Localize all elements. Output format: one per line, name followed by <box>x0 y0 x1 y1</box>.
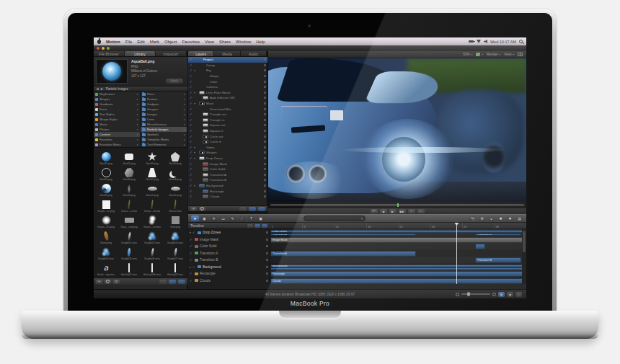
category-row[interactable]: Content <box>94 132 140 137</box>
layer-checkbox[interactable] <box>190 135 193 138</box>
folder-row[interactable]: Gauges <box>141 107 187 112</box>
layer-checkbox[interactable] <box>190 102 193 105</box>
layer-checkbox[interactable] <box>190 173 193 177</box>
thumbnail-item[interactable]: Gas03.png <box>141 149 164 165</box>
thumbnail-item[interactable]: Gas05.png <box>94 165 118 181</box>
timeline-bar[interactable] <box>475 244 485 249</box>
layer-checkbox[interactable] <box>190 195 193 198</box>
select-tool[interactable]: ➤ <box>191 216 199 221</box>
layer-row[interactable]: Rectangle <box>188 188 267 194</box>
record-button[interactable]: ● <box>408 209 415 213</box>
thumbnail-item[interactable]: Grass…d.mov <box>141 197 164 213</box>
lock-icon[interactable] <box>266 252 268 254</box>
canvas-scroll-handle[interactable] <box>270 204 524 206</box>
next-frame-button[interactable]: ▶▶ <box>399 209 406 213</box>
timeline-bar[interactable]: Drop Zones <box>270 230 526 233</box>
thumbnail-item[interactable]: Gas01.png <box>94 149 118 165</box>
thumbnail-item[interactable]: Hatchy01.mov <box>118 260 141 276</box>
timeline-row-checkbox[interactable] <box>192 231 196 234</box>
layer-row[interactable]: Color <box>188 79 267 84</box>
previous-frame-button[interactable]: ◀ <box>380 209 387 213</box>
layer-checkbox[interactable] <box>190 162 193 166</box>
layer-row[interactable]: Shape <box>188 74 267 79</box>
timeline-bar[interactable]: Rectangle <box>270 271 526 277</box>
timeline-bar[interactable]: Transition A <box>270 251 416 257</box>
timeline-row-checkbox[interactable] <box>190 279 193 283</box>
thumbnail-item[interactable]: Gas06.png <box>118 165 141 181</box>
lock-icon[interactable] <box>264 92 266 94</box>
lock-icon[interactable] <box>264 119 266 121</box>
layer-row[interactable]: Mask <box>188 101 267 107</box>
layers-view-toggle-1[interactable] <box>239 207 247 211</box>
folder-row[interactable]: Gadgets <box>141 102 187 107</box>
category-row[interactable]: Shapes <box>94 97 140 102</box>
snap-button[interactable]: ▦ <box>498 292 505 297</box>
layer-row[interactable]: Transition B <box>188 177 267 183</box>
timeline-row[interactable]: Transition A <box>188 250 270 257</box>
text-tool[interactable]: T <box>247 216 255 221</box>
lock-icon[interactable] <box>264 163 266 165</box>
lock-icon[interactable] <box>264 195 266 197</box>
line-tool[interactable]: ∕ <box>238 216 246 221</box>
menu-item-help[interactable]: Help <box>256 40 265 44</box>
menu-clock[interactable]: Wed 10:17 AM <box>490 40 516 44</box>
layer-checkbox[interactable] <box>190 123 193 127</box>
timeline-bar[interactable] <box>270 267 526 270</box>
lock-icon[interactable] <box>264 58 266 61</box>
category-row[interactable]: Gradients <box>94 102 140 107</box>
timeline-row[interactable]: Clouds <box>188 278 270 285</box>
transform-tool[interactable]: ◉ <box>200 216 208 221</box>
category-row[interactable]: Fonts <box>94 107 140 112</box>
lock-icon[interactable] <box>264 102 266 105</box>
layer-row[interactable]: Directional Blur <box>188 106 267 112</box>
canvas-viewport[interactable] <box>268 58 526 202</box>
add-button[interactable]: + <box>96 280 102 284</box>
volume-icon[interactable] <box>484 40 487 43</box>
anchor-tool[interactable]: ✛ <box>210 216 218 221</box>
layer-checkbox[interactable] <box>190 118 193 122</box>
loop-button[interactable]: ↔ <box>417 209 425 213</box>
timeline-view-toggle-1[interactable] <box>247 224 253 228</box>
timeline-row[interactable]: Drop Zones <box>188 229 270 236</box>
lock-icon[interactable] <box>264 97 266 99</box>
layer-checkbox[interactable] <box>190 178 193 182</box>
folder-row[interactable]: Particle Images <box>141 127 187 132</box>
folder-row[interactable]: Symbols <box>141 132 187 137</box>
camera-icon[interactable]: 📷 <box>469 216 477 221</box>
category-row[interactable]: Replicators <box>94 92 140 97</box>
layers-view-toggle-2[interactable] <box>249 207 256 211</box>
lock-icon[interactable] <box>264 151 266 154</box>
thumbnail-item[interactable]: Gurgle07.mov <box>164 244 187 260</box>
view-toggle-grid[interactable] <box>169 280 176 284</box>
forward-icon[interactable]: ▶ <box>101 86 104 91</box>
folder-row[interactable]: Images <box>141 112 187 117</box>
layer-checkbox[interactable] <box>190 74 193 78</box>
category-row[interactable]: Shape Styles <box>94 117 140 122</box>
lock-icon[interactable] <box>264 185 266 187</box>
add-layer-button[interactable]: + <box>190 207 197 211</box>
folder-row[interactable]: Miscellaneous <box>141 122 187 127</box>
library-icon[interactable]: ▤ <box>515 216 523 221</box>
category-row[interactable]: Text Styles <box>94 112 140 117</box>
layer-row[interactable]: Drop Zones <box>188 156 267 161</box>
audio-button[interactable]: ♪ <box>515 292 522 297</box>
list-view-icon[interactable]: ≡ <box>113 280 120 284</box>
layer-row[interactable]: Camera <box>188 84 267 90</box>
apple-menu-icon[interactable] <box>97 40 101 44</box>
lock-icon[interactable] <box>266 245 268 247</box>
emitter-icon[interactable]: ✺ <box>497 216 505 221</box>
thumbnail-item[interactable]: Gas11.png <box>141 181 164 197</box>
timeline-bar[interactable]: Transition B <box>475 257 521 263</box>
thumbnail-item[interactable]: Gurgle04.mov <box>94 244 118 260</box>
thumbnail-item[interactable]: Grass…01.png <box>94 213 118 228</box>
timeline-bar[interactable]: Image Mask <box>270 237 526 243</box>
layer-checkbox[interactable] <box>190 167 193 171</box>
lock-icon[interactable] <box>264 64 266 66</box>
layer-checkbox[interactable] <box>190 107 193 111</box>
play-button[interactable]: ▶ <box>389 209 397 213</box>
layer-row[interactable]: Square in <box>188 128 267 134</box>
thumbnail-item[interactable]: Gurgle03.mov <box>164 228 187 244</box>
zoom-in-icon[interactable] <box>492 293 496 296</box>
lock-icon[interactable] <box>264 136 266 138</box>
lock-icon[interactable] <box>264 124 266 126</box>
